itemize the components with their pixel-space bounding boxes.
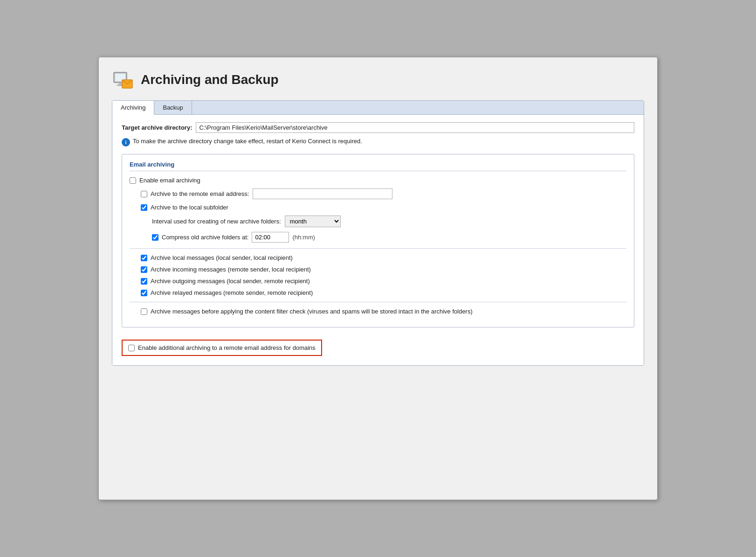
tab-archiving-content: Target archive directory: i To make the …: [112, 115, 644, 365]
page-title: Archiving and Backup: [141, 72, 279, 87]
archive-incoming-checkbox[interactable]: [141, 266, 147, 273]
tabs-header: Archiving Backup: [112, 101, 644, 115]
archive-local-msgs-label: Archive local messages (local sender, lo…: [151, 254, 293, 261]
info-text: To make the archive directory change tak…: [133, 138, 362, 145]
info-icon: i: [122, 138, 130, 146]
archive-local-subfolder-row: Archive to the local subfolder: [141, 204, 626, 211]
archive-incoming-row: Archive incoming messages (remote sender…: [141, 266, 626, 273]
email-archiving-title: Email archiving: [130, 161, 626, 171]
archive-remote-email-checkbox[interactable]: [141, 191, 147, 197]
archiving-backup-icon: [112, 69, 134, 91]
archive-remote-email-label: Archive to the remote email address:: [151, 190, 249, 197]
separator-2: [130, 302, 626, 302]
enable-archiving-row: Enable email archiving: [130, 177, 626, 184]
enable-archiving-label: Enable email archiving: [139, 177, 200, 184]
tab-backup[interactable]: Backup: [154, 101, 192, 114]
compress-label: Compress old archive folders at:: [162, 234, 248, 241]
archive-local-msgs-row: Archive local messages (local sender, lo…: [141, 254, 626, 261]
tab-archiving[interactable]: Archiving: [112, 101, 154, 115]
tabs-container: Archiving Backup Target archive director…: [112, 100, 644, 366]
archive-remote-email-input[interactable]: [253, 188, 392, 199]
archive-before-filter-row: Archive messages before applying the con…: [141, 308, 626, 315]
main-window: Archiving and Backup Archiving Backup Ta…: [98, 57, 658, 500]
info-row: i To make the archive directory change t…: [122, 138, 634, 146]
archive-before-filter-label: Archive messages before applying the con…: [151, 308, 473, 315]
enable-additional-archiving-checkbox[interactable]: [128, 345, 135, 351]
archive-relayed-checkbox[interactable]: [141, 290, 147, 296]
archive-relayed-label: Archive relayed messages (remote sender,…: [151, 289, 313, 296]
compress-time-input[interactable]: [252, 232, 289, 243]
archive-relayed-row: Archive relayed messages (remote sender,…: [141, 289, 626, 296]
interval-row: Interval used for creating of new archiv…: [152, 216, 626, 227]
compress-hint: (hh:mm): [292, 234, 315, 241]
page-header: Archiving and Backup: [112, 69, 644, 91]
svg-rect-2: [118, 83, 122, 85]
separator-1: [130, 248, 626, 249]
enable-archiving-checkbox[interactable]: [130, 177, 136, 184]
target-dir-row: Target archive directory:: [122, 122, 634, 133]
archive-remote-email-row: Archive to the remote email address:: [141, 188, 626, 199]
archive-outgoing-checkbox[interactable]: [141, 278, 147, 285]
enable-additional-archiving-box: Enable additional archiving to a remote …: [122, 340, 322, 356]
archive-local-subfolder-checkbox[interactable]: [141, 204, 147, 211]
archive-incoming-label: Archive incoming messages (remote sender…: [151, 266, 311, 273]
compress-row: Compress old archive folders at: (hh:mm): [152, 232, 626, 243]
archive-local-subfolder-label: Archive to the local subfolder: [151, 204, 228, 211]
archive-outgoing-label: Archive outgoing messages (local sender,…: [151, 278, 310, 285]
compress-checkbox[interactable]: [152, 234, 158, 241]
target-dir-label: Target archive directory:: [122, 124, 192, 131]
enable-additional-archiving-label: Enable additional archiving to a remote …: [138, 344, 316, 351]
interval-select[interactable]: month week day: [285, 216, 341, 227]
archive-local-msgs-checkbox[interactable]: [141, 255, 147, 261]
archive-outgoing-row: Archive outgoing messages (local sender,…: [141, 278, 626, 285]
archive-before-filter-checkbox[interactable]: [141, 308, 147, 315]
email-archiving-group: Email archiving Enable email archiving A…: [122, 154, 634, 327]
target-dir-input[interactable]: [196, 122, 634, 133]
interval-label: Interval used for creating of new archiv…: [152, 218, 281, 225]
